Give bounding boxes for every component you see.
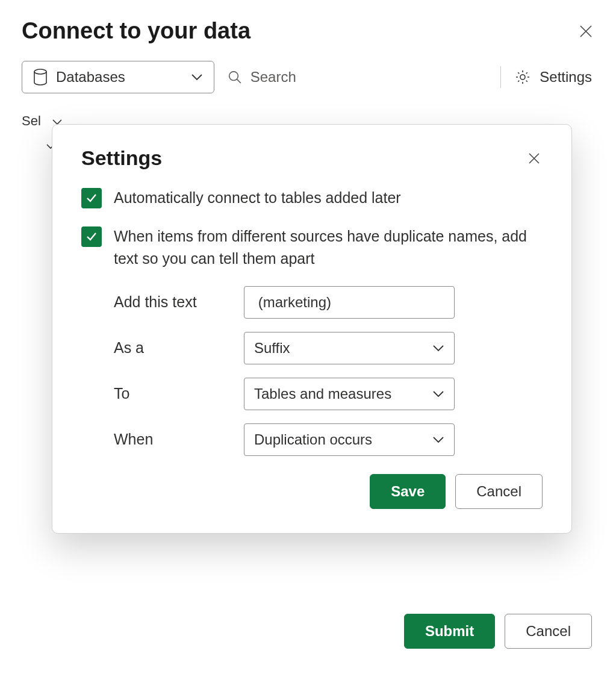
- duplicate-names-label: When items from different sources have d…: [114, 225, 543, 270]
- close-icon: [527, 152, 541, 165]
- close-icon: [579, 24, 593, 39]
- to-value: Tables and measures: [254, 385, 391, 402]
- when-select[interactable]: Duplication occurs: [244, 423, 455, 456]
- save-button[interactable]: Save: [370, 474, 446, 509]
- check-icon: [85, 192, 98, 205]
- settings-modal: Settings Automatically connect to tables…: [52, 124, 572, 534]
- as-a-value: Suffix: [254, 340, 290, 357]
- database-icon: [33, 69, 48, 86]
- auto-connect-label: Automatically connect to tables added la…: [114, 187, 401, 210]
- search-icon: [228, 69, 242, 85]
- modal-close-button[interactable]: [526, 150, 543, 167]
- search-field[interactable]: [225, 69, 490, 86]
- duplicate-names-checkbox[interactable]: [81, 226, 102, 247]
- when-value: Duplication occurs: [254, 431, 372, 448]
- modal-title: Settings: [81, 146, 162, 170]
- add-text-input[interactable]: [244, 286, 455, 319]
- search-input[interactable]: [250, 69, 488, 86]
- section-label: Sel: [22, 113, 41, 128]
- to-label: To: [114, 385, 244, 402]
- svg-point-0: [34, 69, 46, 74]
- when-label: When: [114, 431, 244, 448]
- check-icon: [85, 230, 98, 243]
- toolbar: Databases Settings: [22, 61, 594, 93]
- svg-point-2: [520, 75, 525, 80]
- auto-connect-checkbox[interactable]: [81, 188, 102, 208]
- page-title: Connect to your data: [22, 18, 250, 44]
- category-dropdown[interactable]: Databases: [22, 61, 214, 93]
- cancel-button[interactable]: Cancel: [505, 614, 592, 649]
- as-a-label: As a: [114, 339, 244, 357]
- divider: [500, 66, 501, 88]
- chevron-down-icon: [432, 390, 444, 398]
- svg-point-1: [229, 72, 238, 81]
- chevron-down-icon: [432, 436, 444, 443]
- submit-button[interactable]: Submit: [404, 614, 495, 649]
- category-dropdown-label: Databases: [56, 69, 182, 86]
- settings-label: Settings: [540, 69, 592, 86]
- chevron-down-icon: [191, 73, 203, 81]
- modal-cancel-button[interactable]: Cancel: [455, 474, 543, 509]
- as-a-select[interactable]: Suffix: [244, 332, 455, 364]
- gear-icon: [514, 69, 531, 86]
- chevron-down-icon: [432, 345, 444, 352]
- close-button[interactable]: [577, 23, 594, 40]
- add-text-label: Add this text: [114, 293, 244, 311]
- to-select[interactable]: Tables and measures: [244, 378, 455, 410]
- settings-button[interactable]: Settings: [512, 69, 594, 86]
